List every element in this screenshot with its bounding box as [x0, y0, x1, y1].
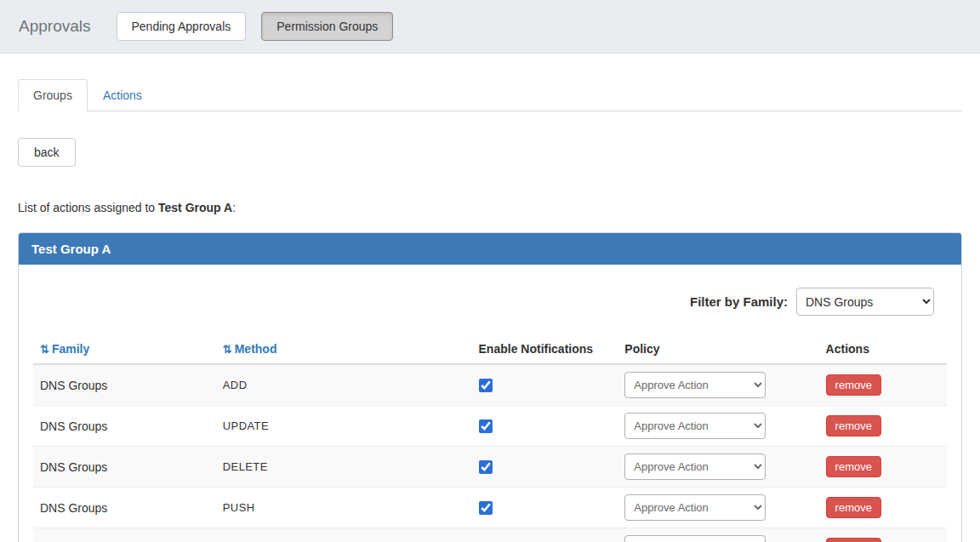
- tab-groups[interactable]: Groups: [18, 79, 88, 111]
- table-row: DNS Groups UPDATE Approve Action remove: [33, 406, 947, 447]
- family-cell: DNS Groups: [33, 528, 216, 542]
- enable-notifications-checkbox[interactable]: [479, 460, 493, 474]
- intro-text: List of actions assigned to Test Group A…: [18, 201, 962, 214]
- remove-button[interactable]: remove: [826, 456, 881, 477]
- policy-select[interactable]: Approve Action: [624, 454, 766, 480]
- panel-header-title: Test Group A: [19, 233, 961, 265]
- family-filter-select[interactable]: DNS Groups: [796, 288, 934, 316]
- policy-select[interactable]: Approve Action: [624, 535, 766, 542]
- policy-select[interactable]: Approve Action: [624, 494, 766, 521]
- family-cell: DNS Groups: [33, 447, 216, 488]
- method-cell: PUSH: [216, 488, 472, 528]
- method-cell: ADD: [216, 364, 472, 406]
- tab-actions[interactable]: Actions: [88, 79, 157, 111]
- actions-column-header: Actions: [819, 334, 947, 364]
- permission-groups-button[interactable]: Permission Groups: [261, 12, 393, 41]
- family-column-label: Family: [52, 342, 89, 356]
- policy-select[interactable]: Approve Action: [624, 372, 766, 398]
- filter-by-family-label: Filter by Family:: [690, 294, 788, 309]
- remove-button[interactable]: remove: [826, 415, 881, 436]
- table-header: ⇅Family ⇅Method Enable Notifications Pol…: [33, 334, 947, 364]
- sort-icon: ⇅: [223, 343, 232, 356]
- back-button[interactable]: back: [18, 138, 76, 167]
- group-name: Test Group A: [158, 201, 232, 214]
- intro-prefix: List of actions assigned to: [18, 201, 158, 214]
- sort-icon: ⇅: [40, 343, 49, 356]
- method-cell: BULKMOVEZONES: [216, 528, 472, 542]
- enable-notifications-checkbox[interactable]: [479, 419, 493, 433]
- tab-bar: Groups Actions: [18, 79, 962, 111]
- family-cell: DNS Groups: [33, 406, 216, 447]
- table-row: DNS Groups DELETE Approve Action remove: [33, 447, 947, 488]
- method-column-header[interactable]: ⇅Method: [216, 334, 472, 364]
- enable-notifications-checkbox[interactable]: [479, 379, 493, 392]
- intro-suffix: :: [232, 201, 236, 214]
- enable-notifications-checkbox[interactable]: [479, 501, 493, 515]
- panel-body: Filter by Family: DNS Groups ⇅Family ⇅Me…: [19, 265, 961, 542]
- remove-button[interactable]: remove: [826, 538, 881, 542]
- family-column-header[interactable]: ⇅Family: [33, 334, 216, 364]
- table-body: DNS Groups ADD Approve Action remove DNS…: [33, 364, 947, 542]
- top-bar: Approvals Pending Approvals Permission G…: [0, 0, 980, 54]
- table-row: DNS Groups BULKMOVEZONES Approve Action …: [33, 528, 947, 542]
- family-cell: DNS Groups: [33, 364, 216, 406]
- method-cell: UPDATE: [216, 406, 472, 447]
- main-content: Groups Actions back List of actions assi…: [0, 54, 980, 542]
- table-row: DNS Groups ADD Approve Action remove: [33, 364, 947, 406]
- policy-select[interactable]: Approve Action: [624, 413, 766, 439]
- family-cell: DNS Groups: [33, 488, 216, 528]
- method-column-label: Method: [235, 342, 277, 356]
- method-cell: DELETE: [216, 447, 472, 488]
- notifications-column-header: Enable Notifications: [472, 334, 618, 364]
- pending-approvals-button[interactable]: Pending Approvals: [117, 12, 247, 41]
- remove-button[interactable]: remove: [826, 497, 881, 518]
- policy-column-header: Policy: [618, 334, 818, 364]
- actions-table: ⇅Family ⇅Method Enable Notifications Pol…: [33, 334, 947, 542]
- group-panel: Test Group A Filter by Family: DNS Group…: [18, 232, 962, 542]
- filter-row: Filter by Family: DNS Groups: [19, 277, 961, 316]
- page-title: Approvals: [19, 17, 91, 36]
- remove-button[interactable]: remove: [826, 374, 881, 396]
- table-row: DNS Groups PUSH Approve Action remove: [33, 488, 947, 528]
